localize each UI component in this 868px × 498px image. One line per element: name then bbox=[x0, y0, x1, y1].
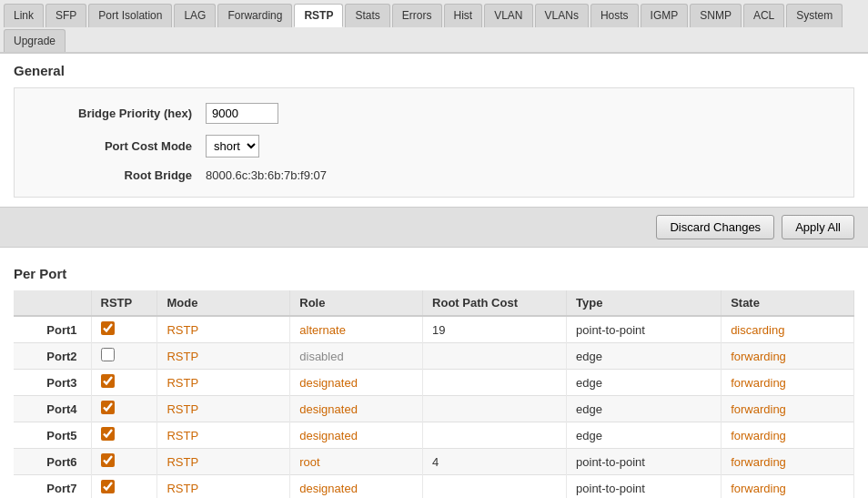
tab-stats[interactable]: Stats bbox=[345, 4, 389, 27]
tab-hist[interactable]: Hist bbox=[444, 4, 483, 27]
mode-cell: RSTP bbox=[157, 343, 290, 370]
mode-cell: RSTP bbox=[157, 475, 290, 499]
tab-port-isolation[interactable]: Port Isolation bbox=[88, 4, 172, 27]
rstp-checkbox[interactable] bbox=[101, 401, 115, 414]
type-cell: edge bbox=[567, 396, 722, 422]
table-row: Port5RSTPdesignatededgeforwarding bbox=[14, 422, 854, 449]
col-header-role: Role bbox=[290, 290, 423, 316]
state-cell: forwarding bbox=[722, 422, 854, 449]
tab-upgrade[interactable]: Upgrade bbox=[4, 29, 66, 52]
type-cell: edge bbox=[567, 422, 722, 449]
mode-cell: RSTP bbox=[157, 370, 290, 396]
col-header-state: State bbox=[722, 290, 854, 316]
type-cell: point-to-point bbox=[567, 449, 722, 475]
mode-cell: RSTP bbox=[157, 449, 290, 475]
action-bar: Discard Changes Apply All bbox=[0, 207, 868, 248]
tab-rstp[interactable]: RSTP bbox=[294, 4, 343, 27]
state-cell: forwarding bbox=[722, 449, 854, 475]
port-name: Port3 bbox=[14, 370, 91, 396]
role-cell: alternate bbox=[290, 316, 423, 343]
state-cell: forwarding bbox=[722, 396, 854, 422]
port-name: Port5 bbox=[14, 422, 91, 449]
state-cell: forwarding bbox=[722, 475, 854, 499]
type-cell: point-to-point bbox=[567, 475, 722, 499]
port-name: Port7 bbox=[14, 475, 91, 499]
mode-cell: RSTP bbox=[157, 396, 290, 422]
table-row: Port4RSTPdesignatededgeforwarding bbox=[14, 396, 854, 422]
tab-system[interactable]: System bbox=[786, 4, 843, 27]
port-name: Port2 bbox=[14, 343, 91, 370]
per-port-section: Per Port RSTP Mode Role Root Path Cost T… bbox=[0, 257, 868, 498]
rstp-checkbox[interactable] bbox=[101, 427, 115, 441]
rstp-checkbox-cell bbox=[91, 422, 157, 449]
role-cell: designated bbox=[290, 475, 423, 499]
root-path-cost-cell bbox=[423, 396, 567, 422]
table-row: Port1RSTPalternate19point-to-pointdiscar… bbox=[14, 316, 854, 343]
tab-hosts[interactable]: Hosts bbox=[590, 4, 639, 27]
port-name: Port4 bbox=[14, 396, 91, 422]
mode-cell: RSTP bbox=[157, 316, 290, 343]
per-port-table: RSTP Mode Role Root Path Cost Type State… bbox=[14, 290, 854, 498]
tab-snmp[interactable]: SNMP bbox=[690, 4, 742, 27]
tab-sfp[interactable]: SFP bbox=[45, 4, 86, 27]
root-path-cost-cell: 19 bbox=[423, 316, 567, 343]
type-cell: edge bbox=[567, 370, 722, 396]
table-row: Port3RSTPdesignatededgeforwarding bbox=[14, 370, 854, 396]
discard-changes-button[interactable]: Discard Changes bbox=[656, 215, 774, 239]
rstp-checkbox[interactable] bbox=[101, 321, 115, 335]
root-bridge-label: Root Bridge bbox=[28, 168, 192, 182]
rstp-checkbox[interactable] bbox=[101, 348, 115, 361]
tab-igmp[interactable]: IGMP bbox=[641, 4, 689, 27]
root-path-cost-cell bbox=[423, 343, 567, 370]
rstp-checkbox[interactable] bbox=[101, 374, 115, 388]
col-header-type: Type bbox=[567, 290, 722, 316]
root-bridge-value: 8000.6c:3b:6b:7b:f9:07 bbox=[206, 168, 327, 182]
type-cell: point-to-point bbox=[567, 316, 722, 343]
tab-link[interactable]: Link bbox=[4, 4, 44, 27]
port-name: Port6 bbox=[14, 449, 91, 475]
col-header-mode: Mode bbox=[157, 290, 290, 316]
rstp-checkbox-cell bbox=[91, 396, 157, 422]
tab-vlan[interactable]: VLAN bbox=[484, 4, 532, 27]
general-title: General bbox=[14, 63, 854, 78]
table-row: Port6RSTProot4point-to-pointforwarding bbox=[14, 449, 854, 475]
col-header-port bbox=[14, 290, 91, 316]
per-port-title: Per Port bbox=[14, 266, 854, 281]
rstp-checkbox-cell bbox=[91, 343, 157, 370]
bridge-priority-label: Bridge Priority (hex) bbox=[28, 107, 192, 120]
tab-forwarding[interactable]: Forwarding bbox=[217, 4, 292, 27]
state-cell: forwarding bbox=[722, 370, 854, 396]
tab-lag[interactable]: LAG bbox=[174, 4, 216, 27]
root-path-cost-cell bbox=[423, 422, 567, 449]
rstp-checkbox[interactable] bbox=[101, 453, 115, 467]
rstp-checkbox-cell bbox=[91, 475, 157, 499]
root-path-cost-cell: 4 bbox=[423, 449, 567, 475]
rstp-checkbox-cell bbox=[91, 316, 157, 343]
bridge-priority-row: Bridge Priority (hex) bbox=[15, 97, 853, 129]
tab-vlans[interactable]: VLANs bbox=[535, 4, 589, 27]
tab-acl[interactable]: ACL bbox=[743, 4, 784, 27]
table-row: Port7RSTPdesignatedpoint-to-pointforward… bbox=[14, 475, 854, 499]
col-header-root-path-cost: Root Path Cost bbox=[423, 290, 567, 316]
apply-all-button[interactable]: Apply All bbox=[782, 215, 854, 239]
rstp-checkbox-cell bbox=[91, 449, 157, 475]
mode-cell: RSTP bbox=[157, 422, 290, 449]
role-cell: root bbox=[290, 449, 423, 475]
col-header-rstp: RSTP bbox=[91, 290, 157, 316]
type-cell: edge bbox=[567, 343, 722, 370]
role-cell: disabled bbox=[290, 343, 423, 370]
tab-bar: Link SFP Port Isolation LAG Forwarding R… bbox=[0, 0, 868, 54]
rstp-checkbox-cell bbox=[91, 370, 157, 396]
root-bridge-row: Root Bridge 8000.6c:3b:6b:7b:f9:07 bbox=[15, 163, 853, 188]
tab-errors[interactable]: Errors bbox=[392, 4, 442, 27]
port-cost-mode-select[interactable]: short long bbox=[206, 135, 259, 158]
root-path-cost-cell bbox=[423, 475, 567, 499]
table-row: Port2RSTPdisablededgeforwarding bbox=[14, 343, 854, 370]
bridge-priority-input[interactable] bbox=[206, 103, 278, 124]
rstp-checkbox[interactable] bbox=[101, 480, 115, 493]
state-cell: forwarding bbox=[722, 343, 854, 370]
table-header-row: RSTP Mode Role Root Path Cost Type State bbox=[14, 290, 854, 316]
role-cell: designated bbox=[290, 396, 423, 422]
state-cell: discarding bbox=[722, 316, 854, 343]
port-cost-mode-row: Port Cost Mode short long bbox=[15, 129, 853, 163]
